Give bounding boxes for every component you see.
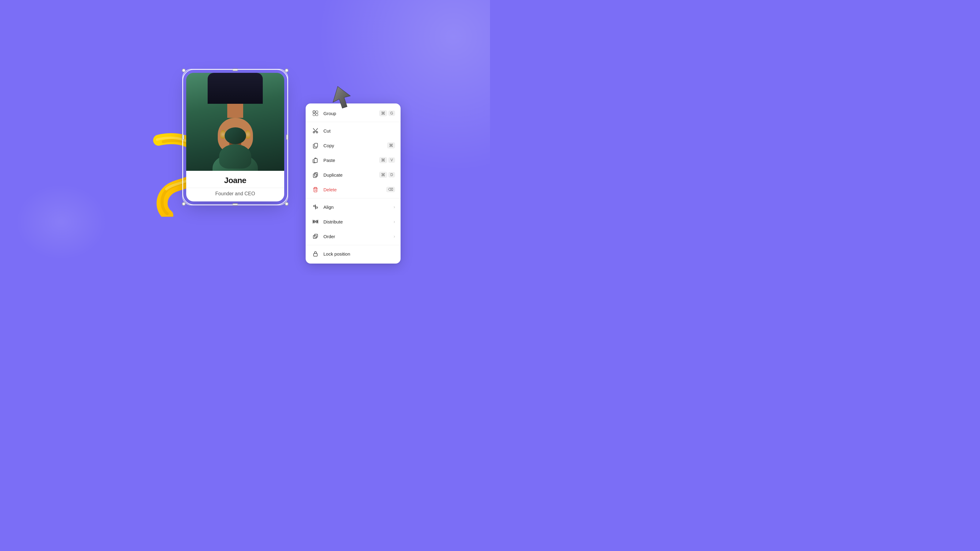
paste-label: Paste <box>323 158 379 163</box>
menu-item-cut[interactable]: Cut <box>305 123 401 138</box>
svg-marker-30 <box>333 87 350 108</box>
divider-3 <box>305 245 401 245</box>
duplicate-icon <box>311 170 320 179</box>
svg-rect-26 <box>313 235 317 238</box>
card-job-title: Founder and CEO <box>192 191 278 197</box>
cut-label: Cut <box>323 128 395 133</box>
distribute-label: Distribute <box>323 219 392 224</box>
neck <box>227 104 243 118</box>
menu-item-order[interactable]: Order › <box>305 229 401 244</box>
order-icon <box>311 232 320 241</box>
menu-item-align[interactable]: Align › <box>305 200 401 214</box>
paste-shortcut: ⌘ V <box>379 157 395 163</box>
menu-item-copy[interactable]: Copy ⌘ <box>305 138 401 153</box>
align-label: Align <box>323 205 392 210</box>
dup-key: D <box>388 172 395 178</box>
paste-key: V <box>388 157 395 163</box>
face-container <box>186 73 284 171</box>
align-icon <box>311 203 320 211</box>
copy-shortcut: ⌘ <box>387 142 395 148</box>
card-name-section: Joane <box>186 171 284 188</box>
group-cmd-key: ⌘ <box>379 110 387 116</box>
headwrap-outer <box>213 153 258 171</box>
svg-line-7 <box>316 128 318 131</box>
context-menu: Group ⌘ G Cut <box>305 103 401 264</box>
card-photo <box>186 73 284 171</box>
copy-cmd-key: ⌘ <box>387 142 395 148</box>
headwrap-top <box>224 127 246 144</box>
card-name: Joane <box>192 176 278 185</box>
svg-rect-28 <box>313 254 317 256</box>
order-chevron: › <box>393 234 395 239</box>
svg-rect-1 <box>316 111 318 113</box>
order-label: Order <box>323 234 392 239</box>
svg-rect-10 <box>314 159 317 162</box>
menu-item-paste[interactable]: Paste ⌘ V <box>305 153 401 167</box>
menu-item-distribute[interactable]: Distribute › <box>305 214 401 229</box>
svg-rect-0 <box>313 111 315 113</box>
profile-card-container: Joane Founder and CEO <box>186 73 284 202</box>
delete-label: Delete <box>323 187 386 192</box>
divider-1 <box>305 122 401 122</box>
svg-rect-15 <box>314 188 317 192</box>
paste-icon <box>311 156 320 164</box>
duplicate-label: Duplicate <box>323 172 379 178</box>
delete-shortcut: ⌫ <box>386 187 395 192</box>
svg-rect-12 <box>313 174 317 178</box>
menu-item-duplicate[interactable]: Duplicate ⌘ D <box>305 167 401 182</box>
menu-item-delete[interactable]: Delete ⌫ <box>305 182 401 197</box>
svg-rect-27 <box>315 234 318 237</box>
group-key: G <box>388 111 395 116</box>
paste-cmd-key: ⌘ <box>379 157 387 163</box>
duplicate-shortcut: ⌘ D <box>379 172 395 178</box>
profile-card: Joane Founder and CEO <box>186 73 284 202</box>
delete-icon <box>311 185 320 194</box>
portrait-photo <box>186 73 284 171</box>
torso <box>208 73 263 104</box>
copy-label: Copy <box>323 143 387 148</box>
group-shortcut: ⌘ G <box>379 110 395 116</box>
card-title-section: Founder and CEO <box>186 188 284 202</box>
distribute-chevron: › <box>393 219 395 224</box>
svg-rect-2 <box>313 114 315 116</box>
lock-label: Lock position <box>323 251 395 257</box>
align-chevron: › <box>393 205 395 210</box>
svg-rect-9 <box>315 143 318 147</box>
distribute-icon <box>311 218 320 226</box>
delete-key: ⌫ <box>386 187 395 192</box>
divider-2 <box>305 198 401 198</box>
cursor-arrow <box>330 82 355 110</box>
svg-rect-3 <box>316 114 318 116</box>
headwrap-inner <box>219 144 251 169</box>
svg-rect-20 <box>315 207 318 208</box>
lock-icon <box>311 249 320 258</box>
svg-rect-19 <box>313 205 315 206</box>
copy-icon <box>311 141 320 150</box>
menu-item-lock[interactable]: Lock position <box>305 246 401 261</box>
cut-icon <box>311 126 320 135</box>
main-scene: Joane Founder and CEO Group ⌘ G <box>186 73 284 203</box>
svg-line-6 <box>313 128 315 131</box>
dup-cmd-key: ⌘ <box>379 172 387 178</box>
group-icon <box>311 109 320 118</box>
group-label: Group <box>323 111 379 116</box>
